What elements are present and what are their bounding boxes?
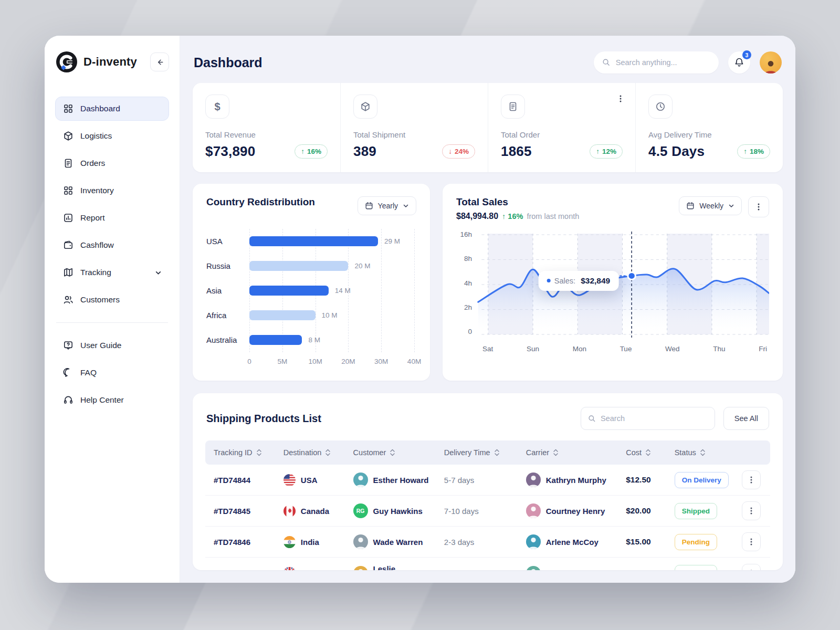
bar — [249, 310, 316, 320]
column-header-tracking-id[interactable]: Tracking ID — [205, 448, 275, 457]
sidebar-item-label: Customers — [80, 295, 120, 304]
sidebar-item-dashboard[interactable]: Dashboard — [55, 97, 169, 121]
status-badge: Shipped — [675, 565, 717, 570]
sales-menu-button[interactable] — [748, 196, 769, 217]
table-search-input[interactable] — [601, 414, 708, 423]
app-logo-icon — [56, 51, 77, 72]
sales-delta: ↑ 16% — [502, 212, 523, 220]
shipping-products-card: Shipping Products List See All Tracking … — [193, 393, 783, 570]
bell-icon — [734, 57, 744, 68]
see-all-button[interactable]: See All — [723, 407, 769, 430]
column-header-cost[interactable]: Cost — [617, 448, 666, 457]
row-menu-button[interactable] — [742, 564, 761, 571]
tracking-id-cell: #TD74846 — [205, 538, 275, 547]
sidebar-item-faq[interactable]: FAQ — [55, 361, 169, 385]
sales-y-tick-label: 2h — [464, 303, 472, 311]
sidebar-item-logistics[interactable]: Logistics — [55, 124, 169, 148]
sales-period-value: Weekly — [699, 202, 723, 210]
sidebar-item-inventory[interactable]: Inventory — [55, 178, 169, 203]
sales-tooltip: Sales: $32,849 — [539, 271, 618, 291]
status-badge: On Delivery — [675, 472, 729, 488]
row-actions — [742, 564, 770, 571]
global-search-input[interactable] — [616, 58, 710, 67]
person-silhouette-icon — [763, 58, 779, 74]
sales-y-tick-label: 16h — [460, 230, 472, 238]
tooltip-label: Sales: — [554, 277, 575, 285]
stat-label: Total Shipment — [353, 130, 475, 139]
flag-uk-icon — [284, 567, 296, 570]
stat-delta-badge: ↑18% — [737, 144, 770, 159]
app-window: D-inventy DashboardLogisticsOrdersInvent… — [45, 36, 795, 583]
sort-icon — [256, 449, 262, 456]
bar-row-asia: Asia14 M — [206, 278, 416, 303]
row-menu-button[interactable] — [742, 532, 761, 551]
user-avatar[interactable] — [760, 51, 782, 74]
notification-badge: 3 — [742, 50, 751, 59]
chevron-down-icon — [728, 203, 734, 209]
column-header-status[interactable]: Status — [666, 448, 742, 457]
map-icon — [62, 267, 74, 278]
bar — [249, 236, 378, 246]
faq-icon — [62, 368, 74, 379]
page-title: Dashboard — [194, 55, 584, 70]
stat-value: $73,890 — [205, 143, 255, 160]
column-header-carrier[interactable]: Carrier — [518, 448, 618, 457]
guide-icon — [62, 340, 74, 351]
search-icon — [602, 58, 611, 67]
country-period-select[interactable]: Yearly — [358, 196, 416, 215]
column-header-customer[interactable]: Customer — [345, 448, 436, 457]
column-header-delivery-time[interactable]: Delivery Time — [436, 448, 518, 457]
sidebar-item-report[interactable]: Report — [55, 206, 169, 230]
sales-y-axis: 16h8h4h2h0 — [456, 229, 472, 335]
row-actions — [742, 532, 770, 551]
sidebar-item-customers[interactable]: Customers — [55, 288, 169, 312]
cost-cell: $20.00 — [617, 506, 666, 516]
customer-avatar: RG — [353, 503, 368, 518]
sidebar-item-orders[interactable]: Orders — [55, 151, 169, 175]
arrow-up-icon: ↑ — [596, 148, 600, 155]
delivery-time-cell: 5-7 days — [436, 476, 518, 485]
flag-india-icon — [284, 536, 296, 548]
table-body: #TD74844USAEsther Howard5-7 daysKathryn … — [205, 465, 770, 570]
sales-chart-canvas — [477, 229, 769, 341]
carrier-avatar — [526, 566, 541, 571]
sales-period-select[interactable]: Weekly — [679, 196, 742, 215]
sales-y-tick-label: 8h — [464, 255, 472, 262]
row-menu-button[interactable] — [742, 501, 761, 520]
country-bar-chart: USA29 MRussia20 MAsia14 MAfrica10 MAustr… — [206, 229, 416, 368]
sidebar-item-label: Logistics — [80, 131, 112, 141]
sales-y-tick-label: 4h — [464, 279, 472, 287]
arrow-down-icon: ↓ — [448, 148, 452, 155]
carrier-avatar — [526, 534, 541, 549]
country-chart-x-axis: 05M10M20M30M40M — [249, 356, 414, 368]
axis-tick-label: 40M — [407, 358, 421, 365]
table-search[interactable] — [581, 407, 715, 430]
users-icon — [62, 295, 74, 306]
sales-x-tick-label: Sun — [527, 345, 539, 353]
sidebar-item-user-guide[interactable]: User Guide — [55, 333, 169, 358]
column-header-destination[interactable]: Destination — [275, 448, 345, 457]
bar-category-label: Australia — [206, 335, 249, 344]
arrow-up-icon: ↑ — [301, 148, 304, 155]
notifications-button[interactable]: 3 — [728, 51, 750, 74]
cost-cell: $12.50 — [617, 475, 666, 485]
tooltip-dot-icon — [547, 279, 551, 282]
sidebar-item-label: Orders — [80, 159, 105, 168]
row-menu-button[interactable] — [742, 470, 761, 489]
bar-row-australia: Australia8 M — [206, 328, 416, 352]
sidebar-item-help-center[interactable]: Help Center — [55, 388, 169, 412]
stat-delta-badge: ↑12% — [590, 144, 623, 159]
charts-row: Country Redistribution Yearly USA29 MRus… — [193, 184, 783, 381]
stat-value: 389 — [353, 143, 376, 160]
calendar-icon — [365, 202, 373, 210]
sidebar-item-tracking[interactable]: Tracking — [55, 260, 169, 285]
sales-x-tick-label: Wed — [665, 345, 680, 353]
global-search[interactable] — [594, 51, 719, 74]
sidebar-item-cashflow[interactable]: Cashflow — [55, 233, 169, 257]
sales-x-tick-label: Thu — [713, 345, 725, 353]
wallet-icon — [62, 240, 74, 251]
sidebar-collapse-button[interactable] — [150, 52, 169, 71]
clock-icon — [648, 94, 673, 119]
status-cell: Shipped — [666, 503, 742, 519]
stat-menu-button[interactable] — [614, 92, 627, 107]
